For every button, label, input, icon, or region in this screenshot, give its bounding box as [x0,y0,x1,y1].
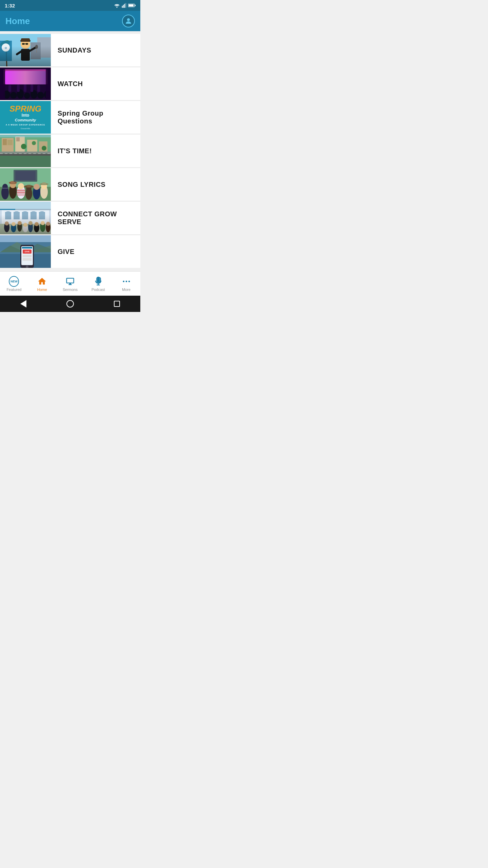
svg-rect-29 [3,69,47,84]
status-time: 1:32 [5,3,15,8]
svg-rect-58 [7,140,13,145]
svg-rect-90 [42,182,46,185]
svg-point-108 [4,222,9,232]
user-icon [124,17,133,25]
menu-item-watch-label: WATCH [51,80,140,88]
svg-rect-30 [5,70,46,83]
svg-rect-42 [30,84,33,92]
give-image: GIVE [0,235,51,268]
profile-avatar-button[interactable] [122,15,135,27]
featured-icon: NEW [9,276,19,287]
svg-point-156 [125,281,127,282]
dots-svg-icon [122,277,131,286]
app-header: Home [0,11,140,31]
svg-text:SPRING: SPRING [9,104,41,113]
more-icon [121,276,131,287]
svg-rect-127 [0,202,51,209]
svg-rect-3 [124,4,125,8]
svg-rect-101 [22,212,28,219]
svg-rect-100 [15,211,19,213]
svg-rect-2 [123,5,124,8]
svg-line-21 [30,47,36,51]
back-button[interactable] [17,298,29,310]
home-button[interactable] [64,298,76,310]
itstime-image [0,135,51,167]
svg-point-0 [117,7,118,8]
svg-rect-84 [27,185,31,187]
svg-rect-41 [24,84,26,92]
svg-rect-15 [22,43,25,45]
signal-icon [122,3,126,8]
svg-point-8 [127,18,130,21]
nav-label-podcast: Podcast [92,288,105,292]
nav-item-podcast[interactable]: Podcast [84,276,112,292]
menu-item-give[interactable]: GIVE GIVE [0,235,140,268]
svg-rect-106 [40,211,44,213]
svg-rect-96 [2,210,49,231]
main-content: O SUNDAYS OCEAN HILLS [0,31,140,271]
nav-item-sermons[interactable]: Sermons [56,276,84,292]
svg-rect-71 [2,188,8,189]
svg-point-37 [37,92,44,99]
svg-rect-102 [23,211,27,213]
menu-item-watch[interactable]: OCEAN HILLS WATCH [0,67,140,100]
svg-rect-94 [0,209,51,234]
svg-point-115 [23,223,27,227]
nav-item-more[interactable]: More [112,276,140,292]
svg-rect-16 [25,43,28,45]
nav-label-more: More [122,288,130,292]
home-circle-icon [66,300,74,308]
back-triangle-icon [20,300,26,308]
svg-rect-6 [135,5,136,6]
nav-item-home[interactable]: Home [28,276,56,292]
svg-rect-10 [37,37,51,58]
svg-point-121 [41,221,45,225]
svg-rect-98 [6,211,10,213]
menu-item-itstime[interactable]: IT'S TIME! [0,135,140,167]
svg-point-114 [23,224,28,232]
home-icon [37,276,47,287]
new-badge-text: NEW [11,280,18,283]
recents-button[interactable] [111,298,123,310]
svg-rect-7 [128,4,134,6]
svg-rect-103 [30,212,37,219]
svg-point-111 [12,222,16,226]
microphone-svg-icon [94,277,103,286]
thumb-connect: ocean hills [0,202,51,234]
svg-point-33 [10,92,17,99]
sermons-icon [65,276,75,287]
thumb-songs [0,168,51,201]
svg-point-26 [2,43,10,52]
svg-rect-93 [0,202,51,234]
svg-rect-147 [0,235,51,252]
menu-item-connect[interactable]: ocean hills CONNECT GROW SERVE [0,202,140,235]
status-icons [114,3,136,8]
nav-label-sermons: Sermons [63,288,78,292]
svg-rect-54 [0,154,51,156]
svg-rect-1 [122,6,123,8]
nav-item-featured[interactable]: NEW Featured [0,276,28,292]
menu-item-spring-label: Spring Group Questions [51,110,140,125]
svg-point-117 [28,221,33,225]
wifi-icon [114,3,120,8]
svg-point-86 [34,184,40,190]
svg-rect-39 [8,85,11,92]
svg-point-70 [2,184,8,190]
menu-item-sundays-label: SUNDAYS [51,46,140,54]
system-navigation-bar [0,296,140,312]
svg-rect-45 [46,67,51,100]
svg-rect-143 [23,255,32,257]
menu-item-sundays[interactable]: O SUNDAYS [0,34,140,67]
svg-point-109 [5,221,9,225]
svg-rect-57 [3,139,7,145]
svg-rect-44 [0,67,5,100]
nav-label-featured: Featured [6,288,21,292]
menu-item-spring[interactable]: SPRING Into Community A 6 WEEK GROUP EXP… [0,101,140,134]
battery-icon [128,3,136,7]
svg-rect-20 [21,49,30,61]
svg-text:A 6 WEEK GROUP EXPERIENCE: A 6 WEEK GROUP EXPERIENCE [6,123,45,126]
svg-rect-66 [0,135,51,137]
menu-item-give-label: GIVE [51,248,140,256]
menu-item-songlyrics[interactable]: SONG LYRICS [0,168,140,201]
svg-text:Into: Into [22,113,29,118]
